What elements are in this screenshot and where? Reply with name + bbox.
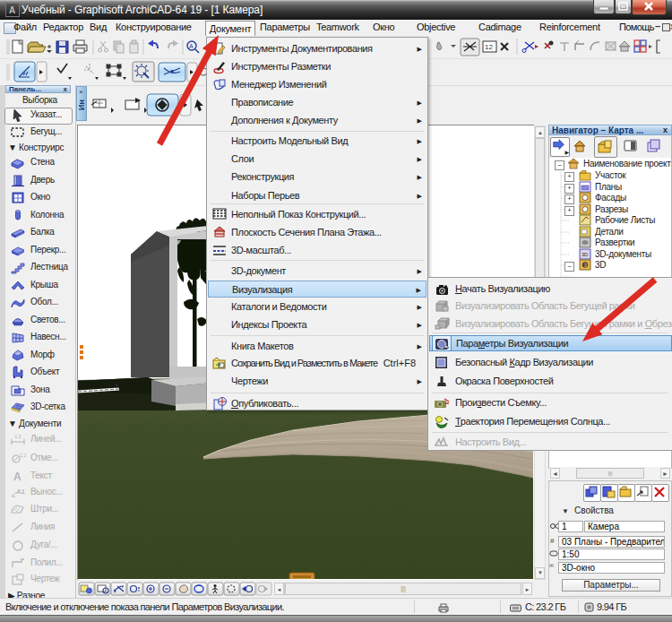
svg-text:A: A	[13, 471, 22, 483]
svg-text:1.2: 1.2	[14, 434, 22, 439]
svg-text:A: A	[189, 43, 194, 49]
svg-text:12: 12	[485, 43, 493, 51]
svg-text:3D: 3D	[582, 252, 589, 257]
svg-text:x: x	[115, 381, 119, 390]
svg-text:A1: A1	[16, 488, 25, 496]
svg-text:1.2: 1.2	[20, 453, 26, 458]
